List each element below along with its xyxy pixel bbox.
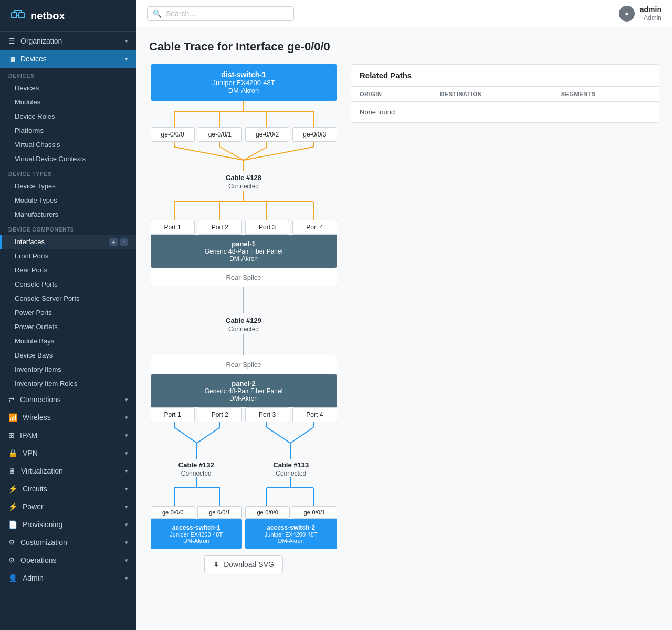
panel1-port-0[interactable]: Port 1 (151, 220, 195, 235)
section-label-device-types: DEVICE TYPES (0, 166, 136, 179)
panel2-model: Generic 48-Pair Fiber Panel (159, 387, 329, 395)
sidebar-item-console-ports[interactable]: Console Ports (0, 277, 136, 291)
sidebar-item-virtualization[interactable]: 🖥Virtualization ▾ (0, 462, 136, 480)
top-connector-svg (151, 101, 337, 127)
chevron-down-icon: ▾ (125, 575, 128, 582)
sidebar-item-power-ports[interactable]: Power Ports (0, 306, 136, 320)
sidebar-item-connections[interactable]: ⇄Connections ▾ (0, 391, 136, 408)
panel2-port-0[interactable]: Port 1 (151, 407, 195, 422)
bottom-right-port-0[interactable]: ge-0/0/0 (245, 506, 290, 519)
sidebar-item-modules[interactable]: Modules (0, 95, 136, 109)
sidebar-item-device-types[interactable]: Device Types (0, 179, 136, 193)
panel1-name: panel-1 (159, 240, 329, 248)
sidebar-item-console-server-ports[interactable]: Console Server Ports (0, 291, 136, 306)
search-input[interactable] (166, 9, 288, 18)
search-box[interactable]: 🔍 (147, 6, 294, 21)
circuits-icon: ⚡ (8, 485, 17, 493)
sidebar-item-customization[interactable]: ⚙Customization ▾ (0, 533, 136, 551)
panel2-box[interactable]: panel-2 Generic 48-Pair Fiber Panel DM-A… (151, 374, 337, 407)
rear-splice-1[interactable]: Rear Splice (151, 268, 337, 287)
sidebar-item-power[interactable]: ⚡Power ▾ (0, 498, 136, 516)
sidebar-item-ipam[interactable]: ⊞IPAM ▾ (0, 426, 136, 444)
chevron-down-icon: ▾ (125, 503, 128, 510)
sidebar-item-admin[interactable]: 👤Admin ▾ (0, 569, 136, 587)
panel1-box[interactable]: panel-1 Generic 48-Pair Fiber Panel DM-A… (151, 235, 337, 268)
sidebar-item-devices-sub[interactable]: Devices (0, 81, 136, 95)
cable133-status: Connected (245, 470, 337, 477)
top-fanin-svg (151, 142, 337, 171)
cable129-label-wrap: Cable #129 Connected (226, 313, 261, 334)
access-switch-2-box[interactable]: access-switch-2 Juniper EX4200-48T DM-Ak… (245, 519, 337, 549)
bottom-right-port-1[interactable]: ge-0/0/1 (292, 506, 337, 519)
dist-switch-box[interactable]: dist-switch-1 Juniper EX4200-48T DM-Akro… (151, 64, 337, 101)
panel1-port-2[interactable]: Port 3 (245, 220, 289, 235)
cable132-status: Connected (151, 470, 243, 477)
related-paths-panel: Related Paths ORIGIN DESTINATION SEGMENT… (351, 64, 659, 123)
cable129-label: Cable #129 (226, 314, 261, 326)
sidebar-item-module-bays[interactable]: Module Bays (0, 334, 136, 348)
cable128-status: Connected (226, 183, 261, 190)
interfaces-import-button[interactable]: ↑ (120, 238, 129, 246)
sidebar-item-platforms[interactable]: Platforms (0, 123, 136, 138)
sidebar-item-interfaces[interactable]: Interfaces + ↑ (0, 235, 136, 249)
sidebar-item-virtual-chassis[interactable]: Virtual Chassis (0, 138, 136, 152)
panel2-site: DM-Akron (159, 395, 329, 402)
dist-switch-name: dist-switch-1 (159, 70, 329, 79)
sidebar-item-inventory-item-roles[interactable]: Inventory Item Roles (0, 376, 136, 391)
panel2-port-3[interactable]: Port 4 (292, 407, 337, 422)
mid-line2-svg (151, 334, 337, 355)
col-origin: ORIGIN (351, 87, 432, 102)
chevron-down-icon: ▾ (125, 557, 128, 564)
sidebar-item-operations[interactable]: ⚙Operations ▾ (0, 551, 136, 569)
sidebar-item-vpn[interactable]: 🔒VPN ▾ (0, 444, 136, 462)
user-name: admin (640, 5, 662, 14)
devices-icon: ▦ (8, 55, 15, 63)
panel1-port-1[interactable]: Port 2 (198, 220, 242, 235)
cable129-status: Connected (226, 326, 261, 333)
bottom-left-port-1[interactable]: ge-0/0/1 (197, 506, 242, 519)
user-role: Admin (640, 14, 662, 23)
top-port-0[interactable]: ge-0/0/0 (151, 127, 195, 142)
custom-icon: ⚙ (8, 538, 15, 547)
panel2-name: panel-2 (159, 380, 329, 387)
bottom-left-port-0[interactable]: ge-0/0/0 (151, 506, 195, 519)
cable-trace-diagram: dist-switch-1 Juniper EX4200-48T DM-Akro… (149, 64, 338, 573)
main-area: 🔍 ● admin Admin Cable Trace for Interfac… (136, 0, 672, 630)
sidebar-item-module-types[interactable]: Module Types (0, 193, 136, 207)
panel2-split-svg (151, 422, 337, 459)
panel2-port-1[interactable]: Port 2 (198, 407, 242, 422)
sidebar-item-wireless[interactable]: 📶Wireless ▾ (0, 408, 136, 426)
panel2-port-2[interactable]: Port 3 (245, 407, 289, 422)
panel1-port-3[interactable]: Port 4 (292, 220, 337, 235)
sidebar-item-power-outlets[interactable]: Power Outlets (0, 320, 136, 334)
sidebar-item-rear-ports[interactable]: Rear Ports (0, 263, 136, 277)
power-icon: ⚡ (8, 502, 17, 511)
sidebar-item-manufacturers[interactable]: Manufacturers (0, 207, 136, 222)
sidebar-item-inventory-items[interactable]: Inventory Items (0, 362, 136, 376)
topbar: 🔍 ● admin Admin (136, 0, 672, 27)
sidebar-item-devices[interactable]: ▦ Devices ▾ (0, 50, 136, 68)
access-switch-1-box[interactable]: access-switch-1 Juniper EX4200-48T DM-Ak… (151, 519, 243, 549)
sidebar-item-device-bays[interactable]: Device Bays (0, 348, 136, 362)
sidebar-item-organization[interactable]: ☰ Organization ▾ (0, 32, 136, 50)
download-svg-button[interactable]: ⬇ Download SVG (204, 555, 283, 573)
sidebar-item-provisioning[interactable]: 📄Provisioning ▾ (0, 516, 136, 533)
sidebar-item-device-roles[interactable]: Device Roles (0, 109, 136, 123)
cable133-label: Cable #133 (245, 459, 337, 470)
chevron-down-icon: ▾ (125, 432, 128, 439)
content-grid: dist-switch-1 Juniper EX4200-48T DM-Akro… (149, 64, 659, 573)
cable132-label: Cable #132 (151, 459, 243, 470)
interfaces-add-button[interactable]: + (109, 238, 118, 246)
sidebar-item-virtual-device-contexts[interactable]: Virtual Device Contexts (0, 152, 136, 166)
access-switch-1-model: Juniper EX4200-48T (155, 531, 238, 538)
rear-splice-2[interactable]: Rear Splice (151, 355, 337, 374)
top-port-3[interactable]: ge-0/0/3 (292, 127, 337, 142)
panel1-site: DM-Akron (159, 255, 329, 262)
sidebar-item-front-ports[interactable]: Front Ports (0, 249, 136, 263)
access-switch-1-site: DM-Akron (155, 538, 238, 544)
top-port-1[interactable]: ge-0/0/1 (198, 127, 242, 142)
app-logo[interactable]: netbox (0, 0, 136, 32)
section-label-device-components: DEVICE COMPONENTS (0, 222, 136, 235)
sidebar-item-circuits[interactable]: ⚡Circuits ▾ (0, 480, 136, 498)
top-port-2[interactable]: ge-0/0/2 (245, 127, 289, 142)
